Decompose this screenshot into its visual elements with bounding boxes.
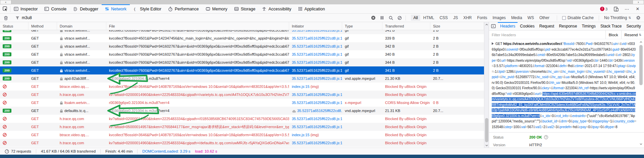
request-row[interactable]: GETh.trace.qq.comkv?attaid=02000014960&t… [0,91,484,99]
throttling-dropdown[interactable]: No Throttling ⇅ [601,15,633,20]
request-row[interactable]: 200GETdefaultts.tc.q...r00369g6px0.32100… [0,107,484,115]
initiator-link[interactable]: 35.52371a651625ff622cd8.js:1 [292,76,342,81]
details-tab-cookies[interactable]: Cookies [518,22,537,30]
column-header-file[interactable]: File [106,22,289,30]
request-row[interactable]: 200GETvtrace.wetvinf...kvcollect?BossId=… [0,34,484,42]
tab-memory[interactable]: Memory [202,4,231,13]
filter-type-images[interactable]: Images [490,15,508,21]
pause-traffic-icon[interactable] [378,14,386,21]
request-row[interactable]: GETh.trace.qq.comkv?attaid=05000014957&t… [0,123,484,131]
filter-urls-input[interactable]: m3u8 [12,14,112,22]
initiator-link[interactable]: 35.52371a651625ff622cd8.js:1 [292,117,342,121]
column-header-initiator[interactable]: Initiator [289,22,342,30]
request-row[interactable]: 200GETapd-82ab38ff...r00369g6px0.321004.… [0,74,484,83]
expander-triangle-icon[interactable] [492,42,494,45]
tab-console[interactable]: Console [41,4,70,13]
column-header-domain[interactable]: Domain [57,22,106,30]
network-settings-gear-icon[interactable] [635,14,642,21]
block-button[interactable]: Block [605,31,621,39]
details-tab-stack-trace[interactable]: Stack Trace [598,22,624,30]
filter-type-media[interactable]: Media [509,15,525,21]
initiator-link[interactable]: 35.52371a651625ff622cd8.js:1 [292,60,342,64]
expand-panel-icon[interactable] [489,22,498,30]
tab-style-editor[interactable]: { }Style Editor [130,4,165,13]
filter-type-js[interactable]: JS [451,15,460,21]
column-header-status[interactable]: Status [0,22,29,30]
error-count-badge[interactable]: ! 3 [598,7,609,11]
request-list-scrollbar[interactable] [484,22,489,148]
details-tab-headers[interactable]: Headers [498,22,518,30]
request-row[interactable]: 200GETvtrace.wetvinf...kvcollect?BossId=… [0,42,484,50]
resend-button[interactable]: Resend ⇅ [621,31,644,39]
request-row[interactable]: GETbtrace.video.qq....kvcollect?BossId=3… [0,83,484,91]
request-row[interactable]: GETh.trace.qq.comkv?attaid=02000014960&t… [0,139,484,147]
page-left-chevron[interactable]: ‹ [0,0,11,4]
help-question-icon[interactable]: ? [544,135,548,139]
filter-headers-input[interactable]: Filter Headers [489,33,605,37]
column-header-size[interactable]: Size [430,22,484,30]
filter-type-fonts[interactable]: Fonts [475,15,490,21]
initiator-link[interactable]: 35.52371a651625ff622cd8.js:1 [292,125,342,129]
request-row[interactable]: GETh.trace.qq.comkv?attaid=02000014960&t… [0,115,484,123]
filter-type-ws[interactable]: WS [525,15,536,21]
clear-filter-icon[interactable] [370,14,377,21]
request-row[interactable]: GETbtrace.video.qq....kvcollect?BossId=3… [0,131,484,139]
column-header-type[interactable]: Type [342,22,382,30]
pick-element-icon[interactable] [0,4,10,13]
scrollbar-thumb[interactable] [485,118,488,142]
details-tab-security[interactable]: Security [624,22,643,30]
request-row[interactable]: 200GETvtrace.wetvinf...kvcollect?BossId=… [0,58,484,66]
initiator-link[interactable]: 35.52371a651625ff622cd8.js:1 [292,101,342,105]
disable-cache-checkbox[interactable]: Disable Cache [559,15,596,20]
request-url-summary[interactable]: GET https://vtrace.wetvinfo.com/kvcollec… [492,41,637,130]
initiator-link[interactable]: index.js:15 [292,133,310,137]
filter-type-css[interactable]: CSS [437,15,450,21]
details-scrollbar[interactable] [639,40,643,146]
tab-application[interactable]: Application [295,4,328,13]
details-tab-timings[interactable]: Timings [579,22,598,30]
request-row[interactable]: 200GETvtrace.wetvinf...kvcollect?BossId=… [0,30,484,34]
tab-storage[interactable]: Storage [231,4,259,13]
clear-requests-trash-icon[interactable] [0,14,11,21]
initiator-link[interactable]: 35.52371a651625ff622cd8.js:1 [292,52,342,56]
cell-initiator: 35.52371a651625ff622cd8.js:1 (fet... [289,30,342,34]
column-header-transferred[interactable]: Transferred [382,22,430,30]
block-url-icon[interactable] [396,14,403,21]
search-icon[interactable] [387,14,394,21]
initiator-link[interactable]: index.js:15 [292,85,310,89]
scroll-up-icon[interactable] [484,22,489,27]
initiator-link[interactable]: 35.52371a651625ff622cd8.js:1 [292,36,342,40]
tab-accessibility[interactable]: Accessibility [259,4,294,13]
cell-type [342,115,382,123]
initiator-link[interactable]: 35.52371a651625ff622cd8.js:1 [292,93,342,97]
scrollbar-thumb[interactable] [639,45,643,85]
scroll-down-icon[interactable] [484,143,489,148]
filter-type-xhr[interactable]: XHR [461,15,474,21]
responsive-design-mode-icon[interactable] [611,7,621,11]
tab-debugger[interactable]: Debugger [70,4,102,13]
filter-type-all[interactable]: All [411,15,420,21]
tab-performance[interactable]: Performance [165,4,202,13]
initiator-link[interactable]: 35.52371a651625ff622cd8.js:1 [292,141,342,145]
close-devtools-icon[interactable]: ✕ [633,6,643,11]
initiator-link[interactable]: 35.52371a651625ff622cd8.js:1 [292,68,342,72]
tab-inspector[interactable]: Inspector [10,4,41,13]
column-header-method[interactable]: Method [29,22,57,30]
initiator-link[interactable]: 35.52371a651625ff622cd8.js:1 [292,44,342,48]
details-tab-response[interactable]: Response [556,22,579,30]
request-row[interactable]: 200GETvtrace.wetvinf...kvcollect?BossId=… [0,50,484,58]
details-tab-request[interactable]: Request [537,22,557,30]
scroll-down-icon[interactable] [639,142,643,146]
initiator-link[interactable]: 35.52371a651625ff622cd8.js:1 [292,30,342,32]
filter-type-html[interactable]: HTML [421,15,437,21]
initiator-link[interactable]: 35.52371a651625ff622cd8.js:1 [297,109,342,113]
filter-type-other[interactable]: Other [537,15,552,21]
request-row[interactable]: GETltsakm.wetvin...r00369g6px0.321004.ts… [0,99,484,107]
meatball-menu-icon[interactable]: ⋯ [622,6,632,12]
tab-network[interactable]: Network [102,4,130,13]
url-text-segment: & [543,48,545,51]
scroll-up-icon[interactable] [639,40,643,44]
page-right-chevron[interactable]: › [633,0,644,4]
disable-cache-label: Disable Cache [568,15,594,20]
request-row[interactable]: 200GETvtrace.wetvinf...kvcollect?BossId=… [0,66,484,74]
